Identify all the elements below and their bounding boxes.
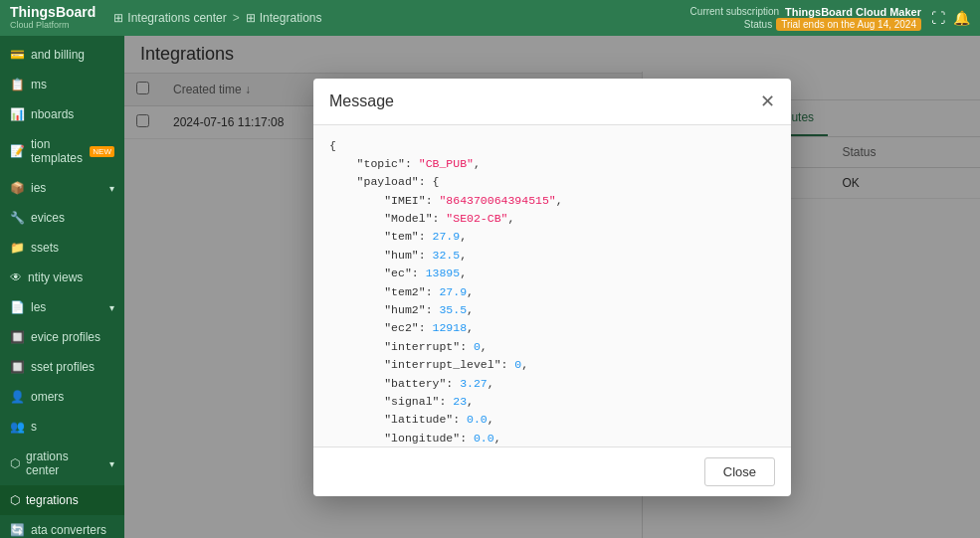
entity-views-icon: 👁	[10, 270, 22, 284]
devices-icon: 🔧	[10, 211, 25, 225]
breadcrumb: ⊞ Integrations center > ⊞ Integrations	[113, 11, 321, 25]
sidebar-item-assets[interactable]: 📁 ssets	[0, 233, 124, 263]
sidebar-label-entity-views: ntity views	[28, 270, 83, 284]
sidebar-item-devices[interactable]: 🔧 evices	[0, 203, 124, 233]
sidebar-label-asset-profiles: sset profiles	[31, 360, 95, 374]
sidebar-label-integrations-center: grations center	[26, 449, 103, 477]
top-nav-right: Current subscription ThingsBoard Cloud M…	[690, 6, 970, 31]
brand-name: ThingsBoard	[10, 5, 96, 20]
sidebar-item-customers[interactable]: 👤 omers	[0, 382, 124, 412]
data-converters-icon: 🔄	[10, 523, 25, 537]
sidebar-label-assets: ssets	[31, 241, 59, 255]
brand-sub: Cloud Platform	[10, 21, 96, 31]
ms-icon: 📋	[10, 78, 25, 91]
integrations-center-sidebar-icon: ⬡	[10, 456, 20, 470]
billing-icon: 💳	[10, 48, 25, 62]
status-badge: Trial ends on the Aug 14, 2024	[776, 18, 921, 31]
breadcrumb-item-integrations-center[interactable]: ⊞ Integrations center	[113, 11, 226, 25]
modal-close-button[interactable]: ✕	[760, 92, 775, 110]
sidebar-label-files: les	[31, 300, 46, 314]
asset-profiles-icon: 🔲	[10, 360, 25, 374]
sidebar-item-billing[interactable]: 💳 and billing	[0, 40, 124, 70]
sidebar-item-entity-views[interactable]: 👁 ntity views	[0, 263, 124, 292]
entities-icon: 📦	[10, 181, 25, 195]
sidebar-label-data-converters: ata converters	[31, 523, 106, 537]
sidebar-item-device-profiles[interactable]: 🔲 evice profiles	[0, 322, 124, 352]
integrations-center-icon: ⊞	[113, 11, 123, 25]
entities-arrow: ▾	[109, 183, 114, 194]
sidebar-label-integrations: tegrations	[26, 493, 79, 507]
sidebar-label-customers: omers	[31, 390, 64, 404]
users-icon: 👥	[10, 420, 25, 434]
close-button[interactable]: Close	[704, 457, 775, 486]
subscription-value: ThingsBoard Cloud Maker	[785, 6, 921, 18]
content-area: Integrations Created time ↓	[124, 36, 980, 538]
integrations-center-arrow: ▾	[109, 458, 114, 469]
modal-title: Message	[329, 92, 394, 110]
breadcrumb-item-integrations[interactable]: ⊞ Integrations	[246, 11, 322, 25]
breadcrumb-separator: >	[233, 11, 240, 25]
app-container: ThingsBoard Cloud Platform ⊞ Integration…	[0, 0, 980, 538]
brand-logo: ThingsBoard Cloud Platform	[10, 5, 96, 30]
sidebar-label-templates: tion templates	[31, 137, 84, 165]
sidebar-item-asset-profiles[interactable]: 🔲 sset profiles	[0, 352, 124, 382]
assets-icon: 📁	[10, 241, 25, 255]
modal-body: { "topic": "CB_PUB", "payload": { "IMEI"…	[313, 125, 791, 447]
sidebar-label-entities: ies	[31, 181, 46, 195]
modal-header: Message ✕	[313, 79, 791, 125]
new-badge: NEW	[90, 146, 114, 157]
breadcrumb-label-1: Integrations center	[127, 11, 226, 25]
sidebar-label-device-profiles: evice profiles	[31, 330, 100, 344]
notification-icon[interactable]: 🔔	[953, 10, 970, 26]
fullscreen-icon[interactable]: ⛶	[931, 10, 945, 26]
message-modal: Message ✕ { "topic": "CB_PUB", "payload"…	[313, 79, 791, 496]
integrations-icon: ⊞	[246, 11, 256, 25]
sidebar-item-data-converters[interactable]: 🔄 ata converters	[0, 515, 124, 538]
device-profiles-icon: 🔲	[10, 330, 25, 344]
subscription-info: Current subscription ThingsBoard Cloud M…	[690, 6, 921, 31]
sidebar-item-dashboards[interactable]: 📊 nboards	[0, 99, 124, 129]
modal-overlay: Message ✕ { "topic": "CB_PUB", "payload"…	[124, 36, 980, 538]
status-label: Status	[744, 19, 772, 30]
sidebar-item-users[interactable]: 👥 s	[0, 412, 124, 442]
sidebar-item-files[interactable]: 📄 les ▾	[0, 292, 124, 322]
sidebar-item-integrations[interactable]: ⬡ tegrations	[0, 485, 124, 515]
files-icon: 📄	[10, 300, 25, 314]
sidebar-label-billing: and billing	[31, 48, 85, 62]
sidebar-item-integrations-center[interactable]: ⬡ grations center ▾	[0, 442, 124, 485]
files-arrow: ▾	[109, 302, 114, 313]
subscription-label: Current subscription	[690, 6, 779, 17]
sidebar-item-templates[interactable]: 📝 tion templates NEW	[0, 129, 124, 173]
sidebar-item-entities[interactable]: 📦 ies ▾	[0, 173, 124, 203]
nav-icons: ⛶ 🔔	[931, 10, 970, 26]
sidebar: 💳 and billing 📋 ms 📊 nboards 📝 tion temp…	[0, 36, 124, 538]
json-content: { "topic": "CB_PUB", "payload": { "IMEI"…	[329, 137, 775, 447]
dashboards-icon: 📊	[10, 107, 25, 121]
sidebar-label-users: s	[31, 420, 37, 434]
integrations-sidebar-icon: ⬡	[10, 493, 20, 507]
main-area: 💳 and billing 📋 ms 📊 nboards 📝 tion temp…	[0, 36, 980, 538]
sidebar-label-dashboards: nboards	[31, 107, 74, 121]
breadcrumb-label-2: Integrations	[260, 11, 322, 25]
sidebar-item-ms[interactable]: 📋 ms	[0, 70, 124, 99]
top-nav-left: ThingsBoard Cloud Platform ⊞ Integration…	[10, 5, 321, 30]
status-info: Status Trial ends on the Aug 14, 2024	[744, 18, 921, 31]
customers-icon: 👤	[10, 390, 25, 404]
modal-footer: Close	[313, 447, 791, 496]
sidebar-label-ms: ms	[31, 78, 47, 91]
sidebar-label-devices: evices	[31, 211, 65, 225]
top-nav: ThingsBoard Cloud Platform ⊞ Integration…	[0, 0, 980, 36]
templates-icon: 📝	[10, 144, 25, 158]
